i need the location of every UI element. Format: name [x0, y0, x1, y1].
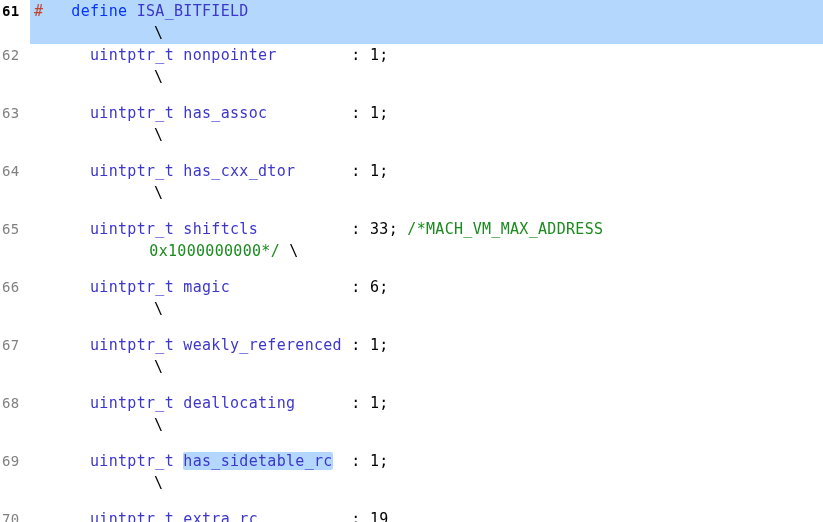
- code-token[interactable]: [34, 46, 90, 64]
- line-content-continuation[interactable]: \: [30, 414, 823, 436]
- code-token[interactable]: ;: [379, 394, 388, 412]
- code-token[interactable]: deallocating: [183, 394, 295, 412]
- line-content[interactable]: uintptr_t magic : 6;: [30, 276, 823, 298]
- code-token[interactable]: [295, 394, 351, 412]
- code-token[interactable]: [258, 510, 351, 522]
- code-token[interactable]: has_assoc: [183, 104, 267, 122]
- line-content-continuation[interactable]: \: [30, 66, 823, 88]
- code-token[interactable]: /*MACH_VM_MAX_ADDRESS: [407, 220, 603, 238]
- code-line[interactable]: 65 uintptr_t shiftcls : 33; /*MACH_VM_MA…: [0, 218, 823, 240]
- code-token[interactable]: 1: [370, 46, 379, 64]
- code-token[interactable]: uintptr_t: [90, 220, 174, 238]
- line-content[interactable]: uintptr_t shiftcls : 33; /*MACH_VM_MAX_A…: [30, 218, 823, 240]
- code-token[interactable]: \: [154, 358, 163, 376]
- code-token[interactable]: ;: [389, 220, 398, 238]
- line-content[interactable]: uintptr_t has_cxx_dtor : 1;: [30, 160, 823, 182]
- code-token[interactable]: [267, 104, 351, 122]
- code-line-wrap[interactable]: 0x1000000000*/ \: [0, 240, 823, 262]
- code-token[interactable]: :: [351, 394, 360, 412]
- code-token[interactable]: #: [34, 2, 71, 20]
- code-token[interactable]: [249, 2, 772, 20]
- line-content[interactable]: uintptr_t has_sidetable_rc : 1;: [30, 450, 823, 472]
- code-token[interactable]: 33: [370, 220, 389, 238]
- line-content-continuation[interactable]: \: [30, 472, 823, 494]
- code-token[interactable]: uintptr_t: [90, 46, 174, 64]
- code-token[interactable]: \: [154, 300, 163, 318]
- line-content[interactable]: # define ISA_BITFIELD: [30, 0, 823, 22]
- code-line[interactable]: 70 uintptr_t extra_rc : 19: [0, 508, 823, 522]
- code-token[interactable]: ;: [379, 336, 388, 354]
- code-token[interactable]: [34, 220, 90, 238]
- code-line-continuation[interactable]: \: [0, 414, 823, 436]
- code-token[interactable]: :: [351, 162, 360, 180]
- code-token[interactable]: weakly_referenced: [183, 336, 342, 354]
- code-token[interactable]: :: [351, 220, 360, 238]
- code-token[interactable]: [174, 510, 183, 522]
- code-token[interactable]: 1: [370, 452, 379, 470]
- code-token[interactable]: :: [351, 510, 360, 522]
- code-line-continuation[interactable]: \: [0, 182, 823, 204]
- line-content[interactable]: uintptr_t deallocating : 1;: [30, 392, 823, 414]
- code-token[interactable]: shiftcls: [183, 220, 258, 238]
- code-token[interactable]: [361, 104, 370, 122]
- line-content-continuation[interactable]: \: [30, 22, 823, 44]
- code-token[interactable]: [34, 452, 90, 470]
- code-token[interactable]: nonpointer: [183, 46, 276, 64]
- code-token[interactable]: [174, 452, 183, 470]
- code-token[interactable]: :: [351, 46, 360, 64]
- code-line-continuation[interactable]: \: [0, 356, 823, 378]
- code-token[interactable]: [174, 104, 183, 122]
- line-content-continuation[interactable]: \: [30, 124, 823, 146]
- code-token[interactable]: [361, 46, 370, 64]
- code-token[interactable]: [127, 2, 136, 20]
- code-token[interactable]: ;: [379, 46, 388, 64]
- code-token[interactable]: :: [351, 336, 360, 354]
- code-line-continuation[interactable]: \: [0, 22, 823, 44]
- code-token[interactable]: \: [154, 126, 163, 144]
- code-token[interactable]: [361, 336, 370, 354]
- code-token[interactable]: [230, 278, 351, 296]
- code-token[interactable]: 1: [370, 104, 379, 122]
- code-line[interactable]: 67 uintptr_t weakly_referenced : 1;: [0, 334, 823, 356]
- line-content[interactable]: uintptr_t extra_rc : 19: [30, 508, 823, 522]
- code-token[interactable]: uintptr_t: [90, 162, 174, 180]
- code-token[interactable]: 6: [370, 278, 379, 296]
- code-token[interactable]: [174, 394, 183, 412]
- line-content[interactable]: uintptr_t has_assoc : 1;: [30, 102, 823, 124]
- code-token[interactable]: [389, 104, 753, 122]
- code-line[interactable]: 66 uintptr_t magic : 6;: [0, 276, 823, 298]
- code-token[interactable]: 0x1000000000*/: [140, 242, 280, 260]
- code-body[interactable]: 61# define ISA_BITFIELD \62 uintptr_t no…: [0, 0, 823, 522]
- code-token[interactable]: uintptr_t: [90, 452, 174, 470]
- code-token[interactable]: ;: [379, 162, 388, 180]
- code-token[interactable]: [174, 46, 183, 64]
- code-line-continuation[interactable]: \: [0, 66, 823, 88]
- code-line[interactable]: 68 uintptr_t deallocating : 1;: [0, 392, 823, 414]
- code-token[interactable]: [34, 162, 90, 180]
- line-content[interactable]: uintptr_t weakly_referenced : 1;: [30, 334, 823, 356]
- code-line[interactable]: 63 uintptr_t has_assoc : 1;: [0, 102, 823, 124]
- code-token[interactable]: [389, 336, 753, 354]
- code-token[interactable]: uintptr_t: [90, 394, 174, 412]
- code-token[interactable]: 1: [370, 162, 379, 180]
- code-token[interactable]: extra_rc: [183, 510, 258, 522]
- line-content-wrap[interactable]: 0x1000000000*/ \: [30, 240, 823, 262]
- code-token[interactable]: [389, 452, 753, 470]
- code-line-continuation[interactable]: \: [0, 124, 823, 146]
- code-token[interactable]: :: [351, 452, 360, 470]
- code-token[interactable]: uintptr_t: [90, 104, 174, 122]
- code-token[interactable]: [258, 220, 351, 238]
- code-token[interactable]: \: [154, 68, 163, 86]
- code-token[interactable]: 1: [370, 394, 379, 412]
- code-line-continuation[interactable]: \: [0, 298, 823, 320]
- code-token[interactable]: has_sidetable_rc: [183, 452, 332, 470]
- code-token[interactable]: magic: [183, 278, 230, 296]
- code-token[interactable]: [277, 46, 352, 64]
- code-token[interactable]: [389, 394, 753, 412]
- code-token[interactable]: [342, 336, 351, 354]
- code-token[interactable]: uintptr_t: [90, 278, 174, 296]
- code-token[interactable]: uintptr_t: [90, 336, 174, 354]
- code-token[interactable]: [361, 162, 370, 180]
- code-token[interactable]: [295, 162, 351, 180]
- code-line[interactable]: 64 uintptr_t has_cxx_dtor : 1;: [0, 160, 823, 182]
